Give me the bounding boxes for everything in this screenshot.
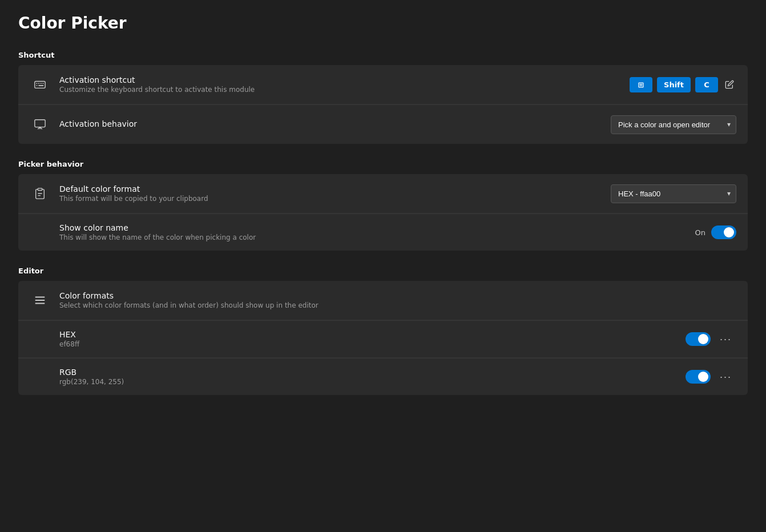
activation-shortcut-title: Activation shortcut — [59, 75, 630, 84]
activation-shortcut-text: Activation shortcut Customize the keyboa… — [59, 75, 630, 94]
show-color-name-toggle[interactable] — [711, 225, 736, 239]
activation-behavior-control[interactable]: Pick a color and open editor Pick a colo… — [611, 115, 736, 134]
svg-rect-7 — [35, 120, 45, 127]
color-formats-title: Color formats — [59, 291, 736, 300]
page-title: Color Picker — [18, 14, 748, 33]
picker-section-label: Picker behavior — [18, 160, 748, 168]
activation-behavior-title: Activation behavior — [59, 119, 611, 128]
activation-shortcut-desc: Customize the keyboard shortcut to activ… — [59, 86, 630, 94]
default-format-dropdown-wrapper[interactable]: HEX - ffaa00 RGB HSL HSV CMYK ▾ — [611, 184, 736, 203]
rgb-format-text: RGB rgb(239, 104, 255) — [59, 368, 686, 386]
shortcut-key-c: C — [695, 77, 718, 92]
activation-shortcut-row: Activation shortcut Customize the keyboa… — [18, 65, 748, 104]
shortcut-key-win: ⊞ — [630, 77, 652, 92]
hex-format-control[interactable]: ··· — [686, 331, 736, 348]
show-color-name-text: Show color name This will show the name … — [59, 223, 695, 241]
clipboard-icon — [30, 183, 50, 204]
default-format-control[interactable]: HEX - ffaa00 RGB HSL HSV CMYK ▾ — [611, 184, 736, 203]
default-format-desc: This format will be copied to your clipb… — [59, 195, 611, 203]
rgb-format-value: rgb(239, 104, 255) — [59, 378, 686, 386]
default-format-text: Default color format This format will be… — [59, 184, 611, 203]
activation-behavior-select[interactable]: Pick a color and open editor Pick a colo… — [611, 115, 736, 134]
edit-shortcut-button[interactable] — [723, 78, 736, 91]
show-color-name-row: Show color name This will show the name … — [18, 214, 748, 251]
svg-rect-0 — [35, 82, 45, 88]
show-color-name-control[interactable]: On — [695, 225, 736, 239]
rgb-toggle[interactable] — [686, 370, 711, 384]
hex-more-button[interactable]: ··· — [715, 331, 736, 348]
rgb-format-name: RGB — [59, 368, 686, 377]
svg-rect-9 — [38, 188, 42, 191]
hex-format-name: HEX — [59, 330, 686, 339]
show-color-name-title: Show color name — [59, 223, 695, 232]
rgb-format-control[interactable]: ··· — [686, 369, 736, 385]
default-format-select[interactable]: HEX - ffaa00 RGB HSL HSV CMYK — [611, 184, 736, 203]
color-formats-row: Color formats Select which color formats… — [18, 281, 748, 320]
hex-format-value: ef68ff — [59, 340, 686, 348]
toggle-on-label: On — [695, 228, 705, 237]
activation-behavior-text: Activation behavior — [59, 119, 611, 130]
color-formats-text: Color formats Select which color formats… — [59, 291, 736, 309]
hex-toggle-slider — [686, 332, 711, 346]
monitor-icon — [30, 114, 50, 135]
shortcut-key-shift: Shift — [657, 77, 691, 92]
rgb-more-button[interactable]: ··· — [715, 369, 736, 385]
list-icon — [30, 290, 50, 311]
activation-shortcut-control: ⊞ Shift C — [630, 77, 736, 92]
hex-toggle[interactable] — [686, 332, 711, 346]
default-format-row: Default color format This format will be… — [18, 174, 748, 213]
shortcut-section-group: Activation shortcut Customize the keyboa… — [18, 65, 748, 144]
color-formats-desc: Select which color formats (and in what … — [59, 301, 736, 309]
hex-format-text: HEX ef68ff — [59, 330, 686, 348]
editor-section-group: Color formats Select which color formats… — [18, 281, 748, 395]
rgb-toggle-slider — [686, 370, 711, 384]
picker-section-group: Default color format This format will be… — [18, 174, 748, 251]
activation-behavior-dropdown-wrapper[interactable]: Pick a color and open editor Pick a colo… — [611, 115, 736, 134]
editor-section-label: Editor — [18, 267, 748, 275]
default-format-title: Default color format — [59, 184, 611, 194]
shortcut-section-label: Shortcut — [18, 51, 748, 59]
keyboard-icon — [30, 74, 50, 95]
activation-behavior-row: Activation behavior Pick a color and ope… — [18, 105, 748, 144]
toggle-slider — [711, 225, 736, 239]
hex-format-row: HEX ef68ff ··· — [18, 321, 748, 358]
rgb-format-row: RGB rgb(239, 104, 255) ··· — [18, 358, 748, 395]
show-color-name-desc: This will show the name of the color whe… — [59, 233, 695, 241]
